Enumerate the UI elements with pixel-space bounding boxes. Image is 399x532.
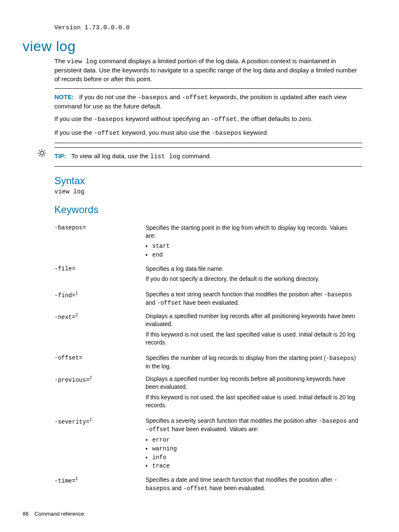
footer-title: Command reference [34, 511, 84, 517]
note-line-1: NOTE: If you do not use the -basepos and… [54, 93, 362, 111]
text: Specifies a log data file name. [146, 265, 359, 273]
keyword-name: -time=1 [54, 473, 146, 495]
page: Version 1.73.0.0.0.0 view log The view l… [0, 0, 399, 532]
code: -find= [54, 292, 75, 299]
code: -previous= [54, 377, 90, 383]
table-row: -file= Specifies a log data file name. I… [54, 262, 362, 288]
keyword-desc: Specifies a date and time search functio… [146, 473, 362, 495]
inline-code: -offset [182, 94, 208, 101]
text: , the offset defaults to zero. [237, 115, 313, 122]
superscript: 1 [75, 291, 78, 296]
table-row: -next=2 Displays a specified number log … [54, 310, 362, 352]
text: Specifies the number of log records to d… [146, 355, 326, 361]
list-item: info [146, 454, 359, 462]
keyword-desc: Displays a specified number log records … [146, 310, 362, 352]
text: If you do not use the [79, 93, 138, 100]
list-item: trace [146, 462, 359, 470]
svg-line-5 [39, 150, 40, 151]
text: have been evaluated. [182, 299, 239, 306]
table-row: -previous=2 Displays a specified number … [54, 373, 362, 414]
table-row: -offset= Specifies the number of log rec… [54, 352, 362, 373]
superscript: 1 [75, 476, 78, 481]
keyword-desc: Specifies the number of log records to d… [146, 352, 362, 373]
keyword-desc: Specifies a text string search function … [146, 288, 362, 310]
text: keyword without specifying an [124, 115, 211, 122]
value-list: error warning info trace [146, 436, 359, 470]
text: Displays a specified number log records … [146, 375, 359, 391]
text: If you use the [54, 129, 94, 136]
inline-code: -basepos [319, 418, 347, 424]
text: and [146, 299, 157, 306]
page-number: 86 [23, 511, 28, 517]
keyword-name: -previous=2 [54, 373, 146, 414]
tip-text: TIP: To view all log data, use the list … [54, 152, 362, 161]
text: If this keyword is not used, the last sp… [146, 331, 359, 347]
text: If this keyword is not used, the last sp… [146, 393, 359, 409]
text: and [170, 485, 183, 491]
text: command displays a limited portion of th… [54, 57, 357, 82]
table-row: -basepos= Specifies the starting point i… [54, 221, 362, 262]
value-list: start end [146, 242, 359, 259]
text: Displays a specified number log records … [146, 312, 359, 328]
code: -severity= [54, 419, 90, 425]
table-row: -find=1 Specifies a text string search f… [54, 288, 362, 310]
tip-row: TIP: To view all log data, use the list … [37, 147, 362, 495]
page-title: view log [23, 38, 362, 54]
text-wrap: Specifies a severity search function tha… [146, 417, 359, 434]
keyword-desc: Specifies a log data file name. If you d… [146, 262, 362, 288]
content-body: The view log command displays a limited … [54, 57, 362, 143]
syntax-heading: Syntax [54, 175, 362, 187]
table-row: -time=1 Specifies a date and time search… [54, 473, 362, 495]
inline-code: -basepos [94, 116, 124, 123]
text: keyword. [242, 129, 269, 136]
inline-code: -offset [157, 300, 182, 306]
inline-code: -basepos [212, 130, 242, 137]
tip-body: TIP: To view all log data, use the list … [54, 147, 362, 495]
keywords-table: -basepos= Specifies the starting point i… [54, 221, 362, 495]
keyword-name: -file= [54, 262, 146, 288]
text: have been evaluated. [208, 485, 266, 491]
table-row: -severity=1 Specifies a severity search … [54, 414, 362, 473]
superscript: 2 [75, 313, 78, 317]
inline-code: view log [67, 58, 97, 65]
lightbulb-icon [37, 148, 49, 160]
text: and [168, 93, 182, 100]
divider [54, 88, 362, 89]
intro-paragraph: The view log command displays a limited … [54, 57, 362, 83]
inline-code: -offset [183, 485, 208, 492]
svg-line-6 [44, 155, 45, 156]
inline-code: -basepos [138, 94, 168, 101]
inline-code: -offset [146, 426, 170, 433]
divider [54, 147, 362, 148]
text: keyword, you must also use the [120, 129, 211, 136]
list-item: warning [146, 445, 359, 453]
text: have been evaluated. Values are: [170, 426, 258, 432]
inline-code: -offset [211, 116, 237, 123]
list-item: end [146, 251, 359, 259]
version-line: Version 1.73.0.0.0.0 [54, 24, 362, 31]
superscript: 2 [90, 375, 92, 380]
keywords-heading: Keywords [54, 204, 362, 216]
keyword-name: -offset= [54, 352, 146, 373]
keyword-name: -next=2 [54, 310, 146, 352]
svg-line-8 [44, 150, 45, 151]
list-item: start [146, 242, 359, 250]
svg-line-7 [39, 155, 40, 156]
list-item: error [146, 436, 359, 444]
tip-label: TIP: [54, 152, 66, 159]
keyword-name: -basepos= [54, 221, 146, 262]
text: If you do not specify a directory, the d… [146, 275, 359, 283]
note-line-2: If you use the -basepos keyword without … [54, 115, 362, 124]
note-label: NOTE: [54, 93, 74, 100]
keyword-name: -find=1 [54, 288, 146, 310]
divider [54, 166, 362, 167]
keyword-name: -severity=1 [54, 414, 146, 473]
inline-code: list log [150, 153, 180, 160]
inline-code: -basepos [326, 355, 354, 362]
text: command. [180, 152, 211, 159]
text: To view all log data, use the [72, 152, 150, 159]
superscript: 1 [90, 417, 92, 422]
keyword-desc: Specifies a severity search function tha… [146, 414, 362, 473]
code: -time= [54, 478, 75, 484]
text: Specifies the starting point in the log … [146, 224, 359, 240]
